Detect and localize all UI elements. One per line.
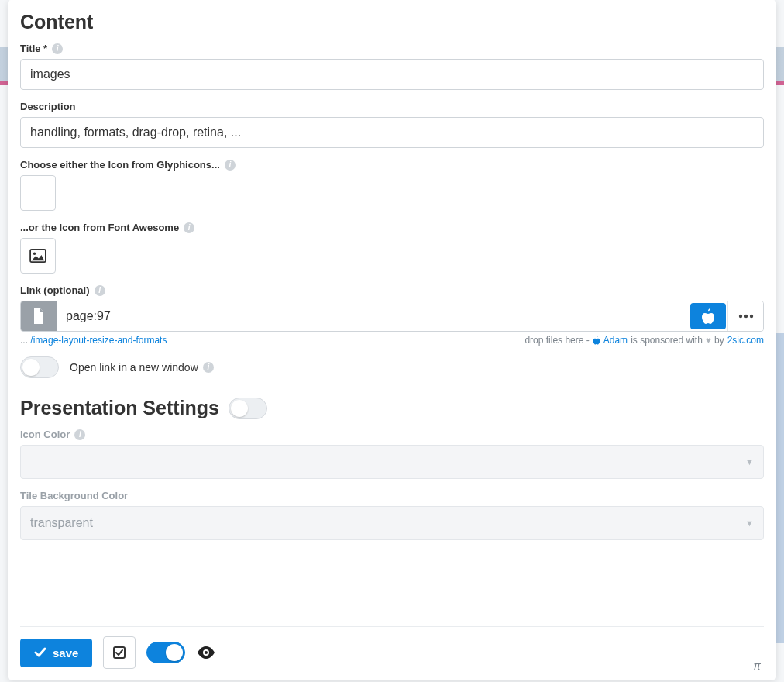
save-button-label: save <box>53 646 78 660</box>
icon-color-select: ▼ <box>20 445 764 479</box>
apple-icon <box>593 336 600 345</box>
link-input-group <box>20 301 764 332</box>
description-label-text: Description <box>20 101 76 112</box>
preview-button[interactable] <box>196 646 216 660</box>
eye-icon <box>196 646 216 660</box>
sponsor-mid: is sponsored with <box>631 335 703 346</box>
info-icon[interactable]: i <box>203 362 214 373</box>
svg-point-3 <box>744 315 747 318</box>
tile-bg-label: Tile Background Color <box>20 490 764 501</box>
edit-dialog: Content Title * i Description Choose eit… <box>8 0 776 680</box>
tile-bg-select: transparent ▼ <box>20 506 764 540</box>
icon-color-label-text: Icon Color <box>20 429 70 440</box>
svg-point-2 <box>738 315 741 318</box>
title-field: Title * i <box>20 43 764 90</box>
open-new-window-toggle[interactable] <box>20 356 59 378</box>
svg-point-4 <box>749 315 752 318</box>
presentation-toggle[interactable] <box>229 398 267 419</box>
info-icon[interactable]: i <box>225 160 236 170</box>
adam-link[interactable]: Adam <box>603 335 628 346</box>
open-new-window-label-text: Open link in a new window <box>70 361 198 374</box>
glyphicons-field: Choose either the Icon from Glyphicons..… <box>20 159 764 211</box>
info-icon[interactable]: i <box>184 222 194 233</box>
save-button[interactable]: save <box>20 639 92 667</box>
link-label-text: Link (optional) <box>20 284 90 296</box>
svg-point-7 <box>205 651 208 654</box>
info-icon[interactable]: i <box>52 43 63 54</box>
link-resolved-prefix: ... <box>20 335 30 346</box>
ellipsis-icon <box>738 314 754 319</box>
check-icon <box>34 647 46 658</box>
tile-bg-value: transparent <box>30 516 93 530</box>
content-heading-text: Content <box>20 11 93 33</box>
autosave-toggle[interactable] <box>146 642 185 663</box>
fontawesome-label-text: ...or the Icon from Font Awesome <box>20 222 179 233</box>
fontawesome-label: ...or the Icon from Font Awesome i <box>20 222 764 233</box>
chevron-down-icon: ▼ <box>745 457 754 467</box>
svg-point-1 <box>33 253 36 256</box>
icon-color-field: Icon Color i ▼ <box>20 429 764 479</box>
content-heading: Content <box>20 11 764 33</box>
page-icon[interactable] <box>21 301 57 331</box>
image-icon <box>29 249 46 263</box>
glyphicons-label: Choose either the Icon from Glyphicons..… <box>20 159 764 170</box>
fontawesome-field: ...or the Icon from Font Awesome i <box>20 222 764 274</box>
title-label-text: Title * <box>20 43 47 54</box>
link-label: Link (optional) i <box>20 284 764 296</box>
more-options-button[interactable] <box>727 301 763 331</box>
checkbox-check-icon <box>112 646 126 660</box>
sponsor-site-link[interactable]: 2sic.com <box>727 335 764 346</box>
fontawesome-picker[interactable] <box>20 238 56 274</box>
title-label: Title * i <box>20 43 764 54</box>
tile-bg-label-text: Tile Background Color <box>20 490 128 501</box>
link-resolved-path[interactable]: /image-layout-resize-and-formats <box>30 335 167 346</box>
open-new-window-label: Open link in a new window i <box>70 361 214 374</box>
apple-icon <box>701 308 715 324</box>
title-input[interactable] <box>20 59 764 90</box>
info-icon[interactable]: i <box>95 285 105 296</box>
description-label: Description <box>20 101 764 112</box>
glyphicons-picker[interactable] <box>20 175 56 211</box>
link-subrow: ... /image-layout-resize-and-formats dro… <box>20 335 764 346</box>
tile-bg-field: Tile Background Color transparent ▼ <box>20 490 764 540</box>
link-input[interactable] <box>57 301 689 331</box>
adam-upload-button[interactable] <box>690 303 726 329</box>
presentation-heading: Presentation Settings <box>20 397 764 419</box>
presentation-heading-text: Presentation Settings <box>20 397 219 419</box>
pi-symbol[interactable]: π <box>754 660 761 672</box>
glyphicons-label-text: Choose either the Icon from Glyphicons..… <box>20 159 220 170</box>
drop-hint: drop files here - <box>524 335 589 346</box>
description-input[interactable] <box>20 117 764 148</box>
chevron-down-icon: ▼ <box>745 518 754 528</box>
open-new-window-row: Open link in a new window i <box>20 356 764 378</box>
icon-color-label: Icon Color i <box>20 429 764 440</box>
save-and-close-button[interactable] <box>103 636 136 669</box>
sponsor-by: by <box>714 335 724 346</box>
description-field: Description <box>20 101 764 148</box>
sponsor-line: drop files here - Adam is sponsored with… <box>524 335 764 346</box>
dialog-footer: save π <box>20 626 764 680</box>
info-icon: i <box>74 429 85 440</box>
dialog-body: Content Title * i Description Choose eit… <box>20 8 764 626</box>
heart-icon: ♥ <box>706 335 711 346</box>
link-field: Link (optional) i ... /image-layout-resi… <box>20 284 764 346</box>
link-resolved: ... /image-layout-resize-and-formats <box>20 335 167 346</box>
